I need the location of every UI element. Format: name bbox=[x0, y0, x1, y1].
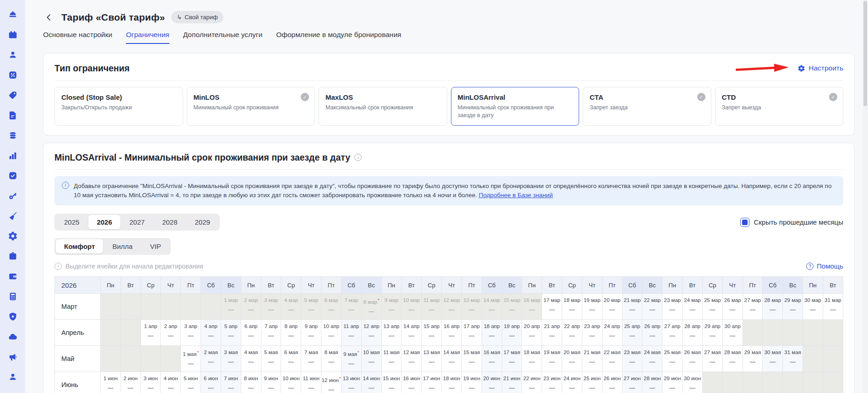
sidebar-item-calendar[interactable] bbox=[7, 29, 18, 40]
calendar-day-cell[interactable]: 16 апр— bbox=[442, 320, 462, 346]
calendar-day-cell[interactable]: 28 мая— bbox=[722, 346, 743, 372]
calendar-day-cell[interactable]: 14 мая— bbox=[442, 346, 462, 372]
calendar-day-cell[interactable]: 4 мая— bbox=[241, 346, 261, 372]
calendar-day-cell[interactable]: 26 мар— bbox=[722, 294, 743, 320]
calendar-day-cell[interactable]: 5 мар— bbox=[301, 294, 321, 320]
calendar-day-cell[interactable]: 29 мая— bbox=[743, 346, 763, 372]
calendar-day-cell[interactable]: 31 мая— bbox=[783, 346, 803, 372]
back-button[interactable] bbox=[43, 11, 55, 23]
calendar-day-cell[interactable]: 17 мар— bbox=[542, 294, 562, 320]
sidebar-item-briefcase[interactable] bbox=[7, 251, 18, 262]
calendar-day-cell[interactable]: 6 мар— bbox=[321, 294, 342, 320]
calendar-day-cell[interactable]: 20 июн— bbox=[482, 372, 502, 393]
room-tab-вилла[interactable]: Вилла bbox=[104, 239, 141, 253]
calendar-day-cell[interactable]: 8 мар*— bbox=[361, 294, 381, 320]
calendar-day-cell[interactable]: 7 апр— bbox=[261, 320, 281, 346]
calendar-day-cell[interactable]: 18 июн— bbox=[442, 372, 462, 393]
year-tab-2028[interactable]: 2028 bbox=[154, 215, 185, 229]
calendar-day-cell[interactable]: 27 июн— bbox=[622, 372, 642, 393]
calendar-day-cell[interactable]: 24 мая— bbox=[642, 346, 662, 372]
sidebar-item-percent[interactable] bbox=[7, 70, 18, 81]
calendar-day-cell[interactable]: 18 мар— bbox=[562, 294, 582, 320]
calendar-day-cell[interactable]: 9 июн— bbox=[261, 372, 281, 393]
calendar-day-cell[interactable]: 7 июн— bbox=[221, 372, 241, 393]
sidebar-item-profile[interactable] bbox=[7, 371, 18, 382]
calendar-day-cell[interactable]: 2 мар— bbox=[241, 294, 261, 320]
calendar-day-cell[interactable]: 29 апр— bbox=[702, 320, 722, 346]
calendar-day-cell[interactable]: 3 мар— bbox=[261, 294, 281, 320]
scrollbar-thumb[interactable] bbox=[863, 1, 867, 106]
restriction-card-minlosarrival[interactable]: MinLOSArrivalМинимальный срок проживания… bbox=[451, 87, 580, 126]
calendar-day-cell[interactable]: 10 мая— bbox=[361, 346, 381, 372]
year-tab-2025[interactable]: 2025 bbox=[56, 215, 87, 229]
sidebar-item-check-square[interactable] bbox=[7, 170, 18, 181]
sidebar-item-key[interactable] bbox=[7, 190, 18, 201]
calendar-day-cell[interactable]: 17 апр— bbox=[461, 320, 482, 346]
restriction-card-maxlos[interactable]: MaxLOSМаксимальный срок проживания bbox=[319, 87, 447, 126]
sidebar-item-wallet[interactable] bbox=[7, 271, 18, 282]
calendar-day-cell[interactable]: 21 апр— bbox=[542, 320, 562, 346]
calendar-day-cell[interactable]: 21 мая— bbox=[582, 346, 602, 372]
year-tab-2026[interactable]: 2026 bbox=[88, 215, 120, 229]
calendar-day-cell[interactable]: 14 мар— bbox=[482, 294, 502, 320]
room-tab-vip[interactable]: VIP bbox=[142, 239, 169, 253]
calendar-day-cell[interactable]: 4 мар— bbox=[281, 294, 301, 320]
calendar-day-cell[interactable]: 10 июн— bbox=[281, 372, 301, 393]
calendar-day-cell[interactable]: 23 мая— bbox=[622, 346, 642, 372]
calendar-day-cell[interactable]: 17 июн— bbox=[422, 372, 442, 393]
calendar-day-cell[interactable]: 5 июн— bbox=[181, 372, 201, 393]
calendar-day-cell[interactable]: 12 апр— bbox=[361, 320, 381, 346]
calendar-day-cell[interactable]: 12 июн*— bbox=[321, 372, 342, 393]
calendar-day-cell[interactable]: 20 мая— bbox=[562, 346, 582, 372]
tab-оформление[interactable]: Оформление в модуле бронирования bbox=[276, 31, 401, 44]
calendar-day-cell[interactable]: 15 мая— bbox=[461, 346, 482, 372]
calendar-day-cell[interactable]: 19 мар— bbox=[582, 294, 602, 320]
calendar-day-cell[interactable]: 5 апр— bbox=[221, 320, 241, 346]
calendar-day-cell[interactable]: 15 июн— bbox=[381, 372, 401, 393]
configure-button[interactable]: Настроить bbox=[736, 63, 843, 74]
calendar-day-cell[interactable]: 3 июн— bbox=[141, 372, 161, 393]
calendar-day-cell[interactable]: 3 апр— bbox=[181, 320, 201, 346]
calendar-day-cell[interactable]: 22 июн— bbox=[522, 372, 542, 393]
calendar-day-cell[interactable]: 25 мая— bbox=[662, 346, 683, 372]
calendar-day-cell[interactable]: 1 мар— bbox=[221, 294, 241, 320]
calendar-day-cell[interactable]: 1 июн— bbox=[101, 372, 121, 393]
calendar-day-cell[interactable]: 18 мая— bbox=[522, 346, 542, 372]
calendar-day-cell[interactable]: 22 мая— bbox=[602, 346, 622, 372]
calendar-day-cell[interactable]: 21 мар— bbox=[622, 294, 642, 320]
calendar-day-cell[interactable]: 26 июн— bbox=[602, 372, 622, 393]
help-link[interactable]: ? Помощь bbox=[806, 262, 843, 270]
tab-дополнительные[interactable]: Дополнительные услуги bbox=[183, 31, 262, 44]
calendar-day-cell[interactable]: 15 мар— bbox=[502, 294, 522, 320]
calendar-day-cell[interactable]: 3 мая— bbox=[221, 346, 241, 372]
calendar-day-cell[interactable]: 26 апр— bbox=[642, 320, 662, 346]
calendar-day-cell[interactable]: 5 мая— bbox=[261, 346, 281, 372]
calendar-day-cell[interactable]: 13 апр— bbox=[381, 320, 401, 346]
scrollbar[interactable] bbox=[863, 0, 868, 393]
calendar-day-cell[interactable]: 7 мая— bbox=[301, 346, 321, 372]
calendar-day-cell[interactable]: 27 апр— bbox=[662, 320, 683, 346]
hide-past-months-checkbox[interactable]: Скрыть прошедшие месяцы bbox=[740, 218, 843, 227]
calendar-day-cell[interactable]: 13 мая— bbox=[422, 346, 442, 372]
calendar-day-cell[interactable]: 10 мар— bbox=[401, 294, 422, 320]
calendar-day-cell[interactable]: 9 мая*— bbox=[341, 346, 361, 372]
calendar-day-cell[interactable]: 20 мар— bbox=[602, 294, 622, 320]
calendar-day-cell[interactable]: 31 мар— bbox=[823, 294, 843, 320]
restriction-card-ctd[interactable]: CTDЗапрет выезда✓ bbox=[715, 87, 844, 126]
calendar-day-cell[interactable]: 24 мар— bbox=[683, 294, 703, 320]
calendar-day-cell[interactable]: 19 мая— bbox=[542, 346, 562, 372]
calendar-day-cell[interactable]: 11 апр— bbox=[341, 320, 361, 346]
calendar-day-cell[interactable]: 8 апр— bbox=[281, 320, 301, 346]
tab-ограничения[interactable]: Ограничения bbox=[126, 31, 169, 44]
restriction-card-cta[interactable]: CTAЗапрет заезда✓ bbox=[583, 87, 711, 126]
calendar-day-cell[interactable]: 6 мая— bbox=[281, 346, 301, 372]
calendar-day-cell[interactable]: 1 апр— bbox=[141, 320, 161, 346]
calendar-day-cell[interactable]: 19 апр— bbox=[502, 320, 522, 346]
calendar-day-cell[interactable]: 12 мар— bbox=[442, 294, 462, 320]
calendar-day-cell[interactable]: 1 мая*— bbox=[181, 346, 201, 372]
calendar-day-cell[interactable]: 28 апр— bbox=[683, 320, 703, 346]
calendar-day-cell[interactable]: 14 июн— bbox=[361, 372, 381, 393]
calendar-day-cell[interactable]: 8 мая— bbox=[321, 346, 342, 372]
calendar-day-cell[interactable]: 2 июн— bbox=[120, 372, 141, 393]
sidebar-item-broom[interactable] bbox=[7, 210, 18, 221]
